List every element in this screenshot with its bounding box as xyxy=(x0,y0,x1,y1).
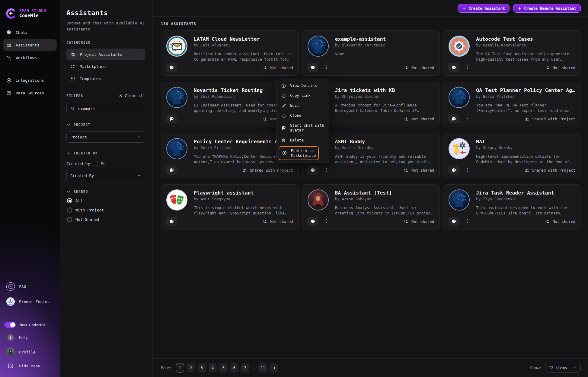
start-chat-button[interactable] xyxy=(166,114,177,123)
page-button-2[interactable]: 2 xyxy=(187,363,195,372)
chat-sparkle-icon xyxy=(169,65,174,70)
sidebar-item-profile[interactable]: Profile xyxy=(3,345,57,359)
card-menu-button[interactable] xyxy=(323,65,329,71)
shared-section-header[interactable]: SHARED xyxy=(66,190,145,194)
card-top: Jira Task Reader Assistant by Ilya Savch… xyxy=(448,189,575,216)
items-per-page-select[interactable]: 12 items xyxy=(545,363,581,373)
page-button-1[interactable]: 1 xyxy=(176,363,184,372)
category-templates[interactable]: Templates xyxy=(66,73,145,84)
assistant-card[interactable]: example-assistant by Oleksandr Taruraiev… xyxy=(302,30,440,76)
assistant-card[interactable]: LATAM Cloud NewsLetter by Luis Alvarez1 … xyxy=(161,30,299,76)
created-by-me-checkbox[interactable] xyxy=(93,161,98,166)
chat-sparkle-icon xyxy=(169,116,174,122)
sidebar-item-hide-menu[interactable]: Hide Menu xyxy=(3,360,57,372)
page-button-5[interactable]: 5 xyxy=(219,363,228,372)
start-chat-button[interactable] xyxy=(166,166,177,175)
page-button-6[interactable]: 6 xyxy=(230,363,238,372)
card-menu-button[interactable] xyxy=(182,65,188,71)
card-footer: Not shared xyxy=(448,63,575,72)
dots-vertical-icon xyxy=(324,65,329,70)
page-button-3[interactable]: 3 xyxy=(198,363,206,372)
start-chat-button[interactable] xyxy=(166,63,177,72)
topbar: Create Assistant Create Remote Assistant xyxy=(153,0,588,17)
menu-item-start-chat-with-avatar[interactable]: Start chat with avatar xyxy=(277,121,329,135)
create-remote-assistant-button[interactable]: Create Remote Assistant xyxy=(513,4,581,13)
assistant-card[interactable]: BA Assistant [Test] by Arman Babayan Bus… xyxy=(302,184,440,230)
menu-item-edit[interactable]: Edit xyxy=(277,101,329,111)
clear-all-button[interactable]: Clear all xyxy=(119,93,145,98)
search-input[interactable] xyxy=(78,106,141,111)
card-menu-button[interactable] xyxy=(323,167,329,173)
created-by-section-header[interactable]: CREATED BY xyxy=(66,151,145,155)
sidebar-item-integrations[interactable]: Integrations xyxy=(3,74,57,86)
sidebar-divider-bottom xyxy=(5,314,55,314)
created-by-select[interactable]: Created By xyxy=(66,170,145,181)
card-menu-button[interactable] xyxy=(182,167,188,173)
assistant-author: by Ilya Savchenko1 xyxy=(476,197,575,201)
shared-option-all[interactable]: All xyxy=(67,198,145,203)
sidebar-item-prompt-engin[interactable]: PROMPTPrompt Engin… xyxy=(3,295,57,309)
assistant-card[interactable]: Playwright assistant by Avet Sargsyan Th… xyxy=(161,184,299,230)
assistant-card[interactable]: MAI by Sergey Gursky High-level implemen… xyxy=(443,133,581,178)
next-page-button[interactable]: ❯ xyxy=(270,363,278,372)
new-codemie-row[interactable]: New CodeMie xyxy=(0,319,60,331)
assistant-description: This is simple chatbot which helps with … xyxy=(194,205,293,216)
start-chat-button[interactable] xyxy=(448,166,459,175)
toggle-knob xyxy=(10,322,15,327)
page-button-7[interactable]: 7 xyxy=(241,363,249,372)
chat-sparkle-icon xyxy=(310,168,315,173)
card-context-menu: View DetailsCopy LinkEditCloneStart chat… xyxy=(276,79,329,163)
shared-option-with-project[interactable]: With Project xyxy=(67,208,145,213)
start-chat-button[interactable] xyxy=(448,63,459,72)
radio-unselected[interactable] xyxy=(67,217,72,222)
category-project-assistants[interactable]: Project Assistants xyxy=(66,49,145,60)
category-marketplace[interactable]: Marketplace xyxy=(66,61,145,72)
card-menu-button[interactable] xyxy=(464,116,470,122)
menu-item-delete[interactable]: Delete xyxy=(277,135,329,145)
sidebar-item-data-sources[interactable]: Data Sources xyxy=(3,87,57,99)
sidebar: EPAM AI/RUN CodeMie ChatsAssistantsWorkf… xyxy=(0,0,60,377)
shared-option-not-shared[interactable]: Not Shared xyxy=(67,217,145,222)
new-codemie-toggle[interactable] xyxy=(4,322,16,328)
menu-item-clone[interactable]: Clone xyxy=(277,111,329,121)
person-dash-icon xyxy=(545,65,550,70)
assistant-author: by Sergey Gursky xyxy=(476,145,575,150)
start-chat-button[interactable] xyxy=(448,114,459,123)
start-chat-button[interactable] xyxy=(307,217,318,226)
assistant-description: # Precise Prompt for Jira→Confluence Dep… xyxy=(335,103,434,113)
brand-logo[interactable]: EPAM AI/RUN CodeMie xyxy=(0,0,60,26)
start-chat-button[interactable] xyxy=(307,166,318,175)
start-chat-button[interactable] xyxy=(448,217,459,226)
page-button-4[interactable]: 4 xyxy=(209,363,217,372)
card-footer: Not shared xyxy=(307,166,434,175)
card-menu-button[interactable] xyxy=(464,167,470,173)
menu-item-publish-to-marketplace[interactable]: Publish to Marketplace xyxy=(279,146,319,160)
card-menu-button[interactable] xyxy=(182,218,188,224)
assistant-card[interactable]: Autocode Test Cases by Natalia Konovalen… xyxy=(443,30,581,76)
sidebar-item-chats[interactable]: Chats xyxy=(3,27,57,38)
start-chat-button[interactable] xyxy=(166,217,177,226)
sidebar-item-faq[interactable]: FAQ xyxy=(3,280,57,293)
project-section-header[interactable]: PROJECT xyxy=(66,123,145,127)
project-select[interactable]: Project xyxy=(66,131,145,143)
assistant-card[interactable]: QA Test Planner Policy Center Agen… by B… xyxy=(443,82,581,127)
dots-vertical-icon xyxy=(465,218,470,224)
robot-icon xyxy=(70,52,76,57)
card-menu-button[interactable] xyxy=(182,116,188,122)
card-menu-button[interactable] xyxy=(323,218,329,224)
card-menu-button[interactable] xyxy=(464,218,470,224)
menu-item-copy-link[interactable]: Copy Link xyxy=(277,91,329,101)
share-status: Shared with Project xyxy=(524,168,575,173)
share-status-label: Shared with Project xyxy=(532,168,575,173)
create-assistant-button[interactable]: Create Assistant xyxy=(458,4,509,13)
page-button-11[interactable]: 11 xyxy=(258,363,267,372)
start-chat-button[interactable] xyxy=(307,63,318,72)
radio-unselected[interactable] xyxy=(67,208,72,213)
radio-selected[interactable] xyxy=(67,198,72,203)
card-menu-button[interactable] xyxy=(464,65,470,71)
assistant-card[interactable]: Jira Task Reader Assistant by Ilya Savch… xyxy=(443,184,581,230)
sidebar-item-assistants[interactable]: Assistants xyxy=(3,39,57,51)
sidebar-item-help[interactable]: Help xyxy=(3,331,57,344)
menu-item-view-details[interactable]: View Details xyxy=(277,81,329,91)
sidebar-item-workflows[interactable]: Workflows xyxy=(3,52,57,63)
